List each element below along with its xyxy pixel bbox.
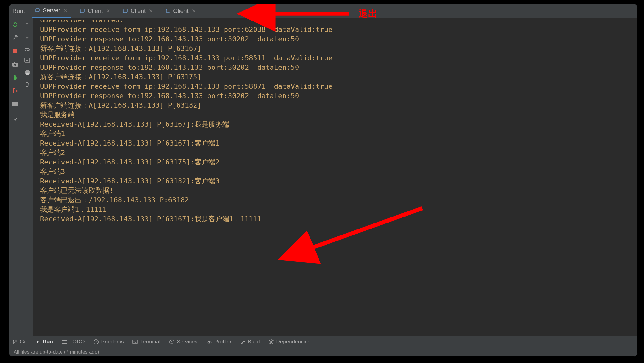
close-icon[interactable]: ✕ [149, 8, 153, 14]
console-line: 客户端已无法读取数据! [40, 186, 635, 195]
close-icon[interactable]: ✕ [192, 8, 196, 14]
toolwin-label: Git [20, 339, 27, 345]
tab-server[interactable]: Server ✕ [32, 4, 71, 18]
stop-icon[interactable] [12, 48, 19, 55]
svg-rect-18 [26, 70, 29, 71]
tab-client-3[interactable]: Client ✕ [162, 4, 199, 18]
wrap-icon[interactable] [24, 45, 31, 52]
console-line: 新客户端连接：A[192.168.143.133] P[63182] [40, 101, 635, 110]
run-gutter-secondary [21, 18, 33, 336]
console-line: 我是服务端 [40, 110, 635, 120]
toolwin-label: Problems [101, 339, 124, 345]
status-bar: All files are up-to-date (7 minutes ago) [9, 347, 637, 356]
exit-icon[interactable] [12, 87, 19, 94]
toolwin-run[interactable]: Run [36, 339, 53, 345]
toolwin-dependencies[interactable]: Dependencies [269, 339, 311, 345]
console-caret-line [40, 224, 635, 233]
tab-client-1[interactable]: Client ✕ [77, 4, 114, 18]
console-line: 新客户端连接：A[192.168.143.133] P[63167] [40, 44, 635, 53]
down-arrow-icon[interactable] [24, 33, 31, 40]
list-icon [62, 340, 67, 344]
console-line: Received-A[192.168.143.133] P[63182]:客户端… [40, 176, 635, 186]
console-line: UDPProvider receive form ip:192.168.143.… [40, 53, 635, 63]
svg-point-25 [96, 341, 97, 342]
toolwin-problems[interactable]: Problems [94, 339, 124, 345]
toolwin-services[interactable]: Services [169, 339, 197, 345]
console-line: Received-A[192.168.143.133] P[63175]:客户端… [40, 158, 635, 167]
toolwin-label: TODO [69, 339, 85, 345]
toolwin-label: Run [43, 339, 53, 345]
run-label: Run: [12, 8, 25, 15]
gauge-icon [206, 340, 212, 344]
console-line: UDPProvider Started. [40, 18, 635, 25]
svg-point-22 [13, 342, 14, 344]
toolwin-git[interactable]: Git [12, 339, 27, 345]
tool-window-tabs: Git Run TODO Problems Terminal Services … [9, 336, 637, 347]
toolwin-label: Dependencies [276, 339, 311, 345]
console-line: 客户端已退出：/192.168.143.133 P:63182 [40, 195, 635, 205]
camera-icon[interactable] [12, 61, 19, 68]
svg-rect-3 [81, 9, 85, 12]
tab-label: Server [43, 7, 60, 14]
console-line: 客户端3 [40, 167, 635, 176]
toolwin-label: Build [248, 339, 260, 345]
services-icon [169, 339, 174, 344]
console-line: UDPProvider receive form ip:192.168.143.… [40, 82, 635, 91]
run-config-icon [166, 9, 171, 13]
svg-rect-16 [15, 104, 18, 106]
console-line: Received-A[192.168.143.133] P[63167]:我是服… [40, 120, 635, 129]
console-line: UDPProvider response to:192.168.143.133 … [40, 34, 635, 44]
toolwin-label: Services [177, 339, 197, 345]
console-line: 新客户端连接：A[192.168.143.133] P[63175] [40, 72, 635, 82]
scroll-to-end-icon[interactable] [24, 57, 31, 64]
status-text: All files are up-to-date (7 minutes ago) [14, 349, 99, 355]
settings-icon[interactable] [12, 34, 19, 41]
tab-client-2[interactable]: Client ✕ [120, 4, 156, 18]
terminal-icon [132, 340, 138, 344]
toolwin-label: Terminal [140, 339, 160, 345]
layout-icon[interactable] [12, 101, 19, 108]
run-config-icon [123, 9, 128, 13]
toolwin-todo[interactable]: TODO [62, 339, 85, 345]
svg-rect-11 [14, 62, 15, 63]
tab-label: Client [131, 8, 146, 15]
toolwin-build[interactable]: Build [240, 339, 260, 345]
console-line: 我是客户端1，11111 [40, 205, 635, 214]
tab-label: Client [173, 8, 189, 15]
svg-point-21 [13, 340, 14, 341]
svg-point-28 [208, 343, 209, 344]
pin-icon[interactable] [12, 116, 19, 123]
print-icon[interactable] [24, 69, 31, 76]
console-line: UDPProvider response to:192.168.143.133 … [40, 63, 635, 72]
up-arrow-icon[interactable] [24, 21, 31, 28]
svg-rect-20 [26, 73, 29, 75]
ide-run-toolwindow: Run: Server ✕ Client ✕ Client ✕ [9, 4, 638, 357]
branch-icon [12, 339, 17, 344]
svg-point-12 [14, 76, 17, 80]
console-line: 客户端1 [40, 129, 635, 139]
input-caret [41, 224, 41, 232]
tab-label: Client [88, 8, 103, 15]
console-output[interactable]: UDPProvider Started.UDPProvider receive … [33, 18, 637, 336]
svg-rect-7 [167, 9, 170, 12]
rerun-icon[interactable] [12, 21, 19, 28]
run-tabstrip: Run: Server ✕ Client ✕ Client ✕ [9, 4, 637, 18]
toolwin-label: Profiler [214, 339, 231, 345]
svg-rect-1 [36, 9, 39, 11]
console-line: Received-A[192.168.143.133] P[63167]:客户端… [40, 139, 635, 148]
console-line: UDPProvider receive form ip:192.168.143.… [40, 25, 635, 34]
svg-point-10 [14, 64, 16, 66]
console-line: 客户端2 [40, 148, 635, 158]
close-icon[interactable]: ✕ [63, 8, 67, 13]
stop-sign-icon [94, 339, 99, 344]
console-line: Received-A[192.168.143.133] P[63167]:我是客… [40, 214, 635, 224]
run-main: UDPProvider Started.UDPProvider receive … [9, 18, 637, 336]
svg-rect-15 [12, 104, 15, 106]
svg-rect-8 [13, 49, 17, 53]
toolwin-profiler[interactable]: Profiler [206, 339, 231, 345]
toolwin-terminal[interactable]: Terminal [132, 339, 160, 345]
close-icon[interactable]: ✕ [106, 8, 110, 14]
bug-icon[interactable] [12, 74, 19, 81]
trash-icon[interactable] [24, 81, 31, 88]
run-config-icon [35, 8, 40, 13]
